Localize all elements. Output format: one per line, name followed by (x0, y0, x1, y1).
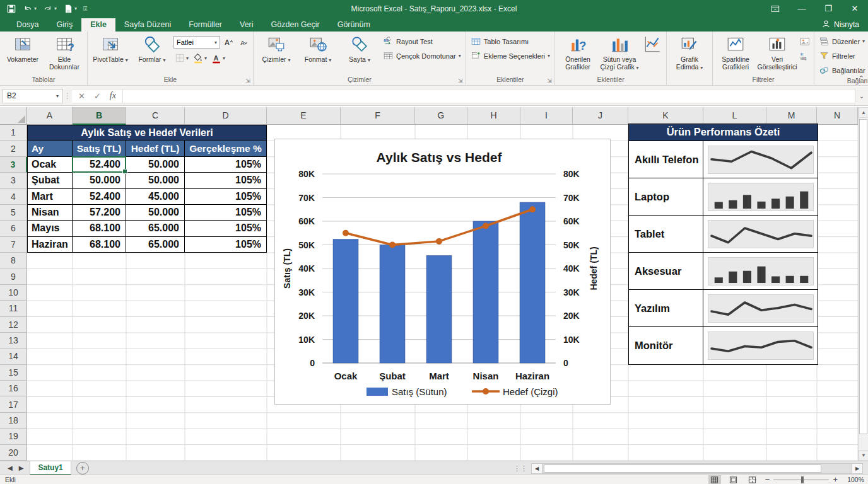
zoom-slider-thumb[interactable] (801, 476, 804, 483)
grow-font-icon[interactable]: A (223, 36, 235, 49)
cell-Hedef (TL)-0[interactable]: 50.000 (126, 157, 185, 173)
restore-icon[interactable]: ❐ (815, 0, 842, 17)
row-header-5-5[interactable]: 5 (0, 205, 27, 221)
zoom-slider[interactable] (773, 480, 829, 480)
row-header-11-11[interactable]: 11 (0, 301, 27, 316)
collapse-ribbon-icon[interactable]: ⌃ (859, 74, 864, 83)
column-header-D[interactable]: D (185, 107, 267, 125)
tablo-tasarımı-button[interactable]: Tablo Tasarımı (469, 35, 552, 47)
cell-Ay-5[interactable]: Haziran (27, 237, 73, 253)
cell-Satış (TL)-0[interactable]: 52.400 (73, 157, 126, 173)
row-header-20-20[interactable]: 20 (0, 445, 27, 461)
cell-Satış (TL)-4[interactable]: 68.100 (73, 221, 126, 236)
grafik-edimda-button[interactable]: Grafik Edimda ▾ (669, 33, 710, 73)
row-header-4-4[interactable]: 4 (0, 189, 27, 205)
minimize-icon[interactable]: — (789, 0, 815, 17)
name-box-dropdown-icon[interactable]: ▾ (56, 93, 59, 99)
dialog-launcher-icon[interactable]: ⇲ (546, 77, 553, 84)
sayta-button[interactable]: Sayta ▾ (339, 33, 380, 66)
fill-color-icon[interactable]: ▾ (192, 52, 208, 64)
undo-icon[interactable]: ▾ (23, 4, 37, 14)
row-header-10-10[interactable]: 10 (0, 285, 27, 301)
sparkline-cell[interactable] (703, 253, 818, 289)
scatter-chart-icon-button[interactable] (641, 33, 664, 54)
row-header-3-3[interactable]: 3 (0, 173, 27, 188)
vertical-scrollbar[interactable]: ▲ ▼ (858, 107, 868, 461)
ekle-dokunnlar-button[interactable]: ?Ekle Dokunnlar (44, 33, 85, 72)
veri-görselleştirici-button[interactable]: Veri Görselleştirici (757, 33, 797, 72)
column-header-J[interactable]: J (573, 107, 628, 125)
shrink-font-icon[interactable]: A (238, 36, 250, 49)
row-header-6-6[interactable]: 6 (0, 221, 27, 236)
pivottable-button[interactable]: PivotTable ▾ (90, 33, 131, 66)
scroll-down-icon[interactable]: ▼ (859, 450, 868, 461)
row-header-16-16[interactable]: 16 (0, 381, 27, 396)
çençok-domotunar-button[interactable]: Çençok Domotunar▾ (381, 50, 463, 62)
row-header-7-7[interactable]: 7 (0, 237, 27, 253)
row-header-14-14[interactable]: 14 (0, 349, 27, 364)
vokameter-button[interactable]: Vokameter (3, 33, 43, 64)
cell-Ay-3[interactable]: Nisan (27, 205, 73, 221)
sheet-tab[interactable]: Satuy1 (30, 461, 71, 475)
cell-Gerçekleşme %-5[interactable]: 105% (185, 237, 267, 253)
row-header-1-0[interactable]: 1 (0, 125, 27, 141)
zoom-level[interactable]: 100% (844, 476, 864, 483)
header-cell[interactable]: Satış (TL) (73, 141, 126, 156)
column-header-A[interactable]: A (27, 107, 73, 125)
product-label[interactable]: Tablet (629, 216, 703, 252)
font-color-icon[interactable]: A▾ (210, 52, 226, 64)
formula-input[interactable] (123, 89, 855, 103)
product-label[interactable]: Monitör (629, 327, 703, 364)
borders-icon[interactable]: ▾ (173, 52, 189, 64)
column-header-I[interactable]: I (520, 107, 573, 125)
tab-veri[interactable]: Veri (231, 18, 262, 32)
row-header-17-17[interactable]: 17 (0, 396, 27, 412)
tab-g-zden-ge-ir[interactable]: Gözden Geçir (262, 18, 329, 32)
row-header-15-15[interactable]: 15 (0, 365, 27, 381)
header-cell[interactable]: Hedef (TL) (126, 141, 185, 156)
cell-Gerçekleşme %-4[interactable]: 105% (185, 221, 267, 236)
page-layout-view-icon[interactable] (727, 475, 740, 484)
cell-Satış (TL)-2[interactable]: 52.400 (73, 189, 126, 205)
cell-Hedef (TL)-5[interactable]: 65.000 (126, 237, 185, 253)
cell-Ay-1[interactable]: Şubat (27, 173, 73, 188)
sparkline-cell[interactable] (703, 141, 818, 178)
tab-g-r-n-m[interactable]: Görünüm (329, 18, 379, 32)
sparkline-cell[interactable] (703, 327, 818, 364)
cell-Gerçekleşme %-3[interactable]: 105% (185, 205, 267, 221)
product-label[interactable]: Aksesuar (629, 253, 703, 289)
column-header-G[interactable]: G (415, 107, 467, 125)
cell-Hedef (TL)-3[interactable]: 50.000 (126, 205, 185, 221)
scroll-left-icon[interactable]: ◀ (531, 463, 542, 474)
column-header-C[interactable]: C (126, 107, 185, 125)
rayout-test-button[interactable]: abRayout Test (381, 35, 463, 47)
cell-Gerçekleşme %-0[interactable]: 105% (185, 157, 267, 173)
next-sheet-icon[interactable]: ▶ (19, 464, 24, 471)
user-badge[interactable]: Nisnyta (821, 19, 859, 30)
sparkline-cell[interactable] (703, 178, 818, 215)
close-icon[interactable]: ✕ (842, 0, 868, 17)
name-box[interactable]: B2 ▾ (3, 89, 63, 103)
save-icon[interactable] (6, 4, 16, 14)
zoom-out-icon[interactable]: − (765, 476, 770, 483)
row-header-13-13[interactable]: 13 (0, 333, 27, 349)
sparkline-cell[interactable] (703, 216, 818, 252)
tab-sayfa-d-zeni[interactable]: Sayfa Düzeni (115, 18, 180, 32)
add-sheet-icon[interactable]: + (76, 462, 89, 475)
cancel-formula-icon[interactable]: ✕ (78, 91, 85, 101)
scroll-up-icon[interactable]: ▲ (859, 107, 868, 118)
ribbon-display-options-icon[interactable] (762, 0, 789, 17)
çizimler-button[interactable]: Çizimler ▾ (256, 33, 296, 66)
tab-form-ller[interactable]: Formüller (180, 18, 231, 32)
column-header-H[interactable]: H (467, 107, 520, 125)
scroll-right-icon[interactable]: ▶ (852, 463, 863, 474)
cell-Ay-2[interactable]: Mart (27, 189, 73, 205)
sales-chart[interactable]: Aylık Satış vs Hedef0010K10K20K20K30K30K… (274, 139, 611, 405)
product-label[interactable]: Laptop (629, 178, 703, 215)
horizontal-scroll-track[interactable] (542, 463, 852, 474)
cell-Gerçekleşme %-2[interactable]: 105% (185, 189, 267, 205)
cell-Satış (TL)-1[interactable]: 50.000 (73, 173, 126, 188)
zoom-in-icon[interactable]: + (833, 476, 838, 483)
cell-Hedef (TL)-4[interactable]: 65.000 (126, 221, 185, 236)
row-header-18-18[interactable]: 18 (0, 413, 27, 429)
